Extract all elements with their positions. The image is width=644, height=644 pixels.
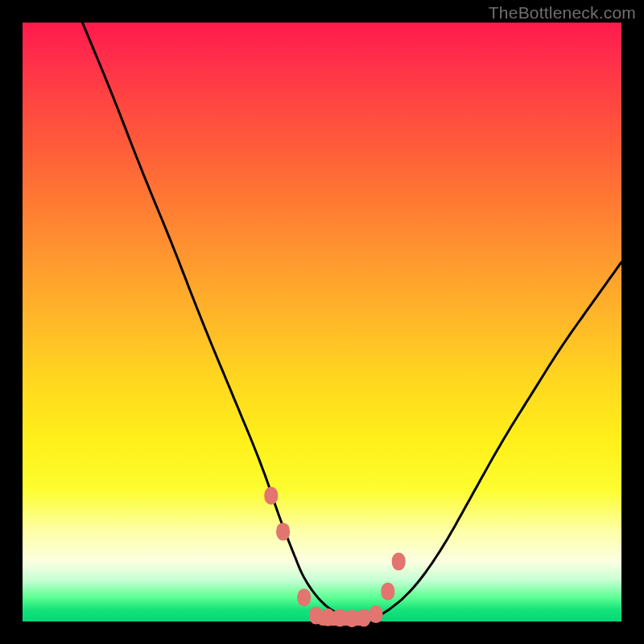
marker-point [381,583,394,601]
watermark-text: TheBottleneck.com [489,3,636,23]
marker-point [297,588,311,606]
curve-path [82,23,621,621]
chart-svg [23,23,621,621]
marker-point [276,522,290,540]
bottleneck-curve [82,23,621,621]
chart-frame: TheBottleneck.com [0,0,644,644]
marker-point [392,553,406,571]
marker-point [369,605,383,623]
marker-point [264,487,278,505]
marker-basin [316,611,370,625]
marker-points [264,487,405,628]
plot-area [23,23,621,621]
